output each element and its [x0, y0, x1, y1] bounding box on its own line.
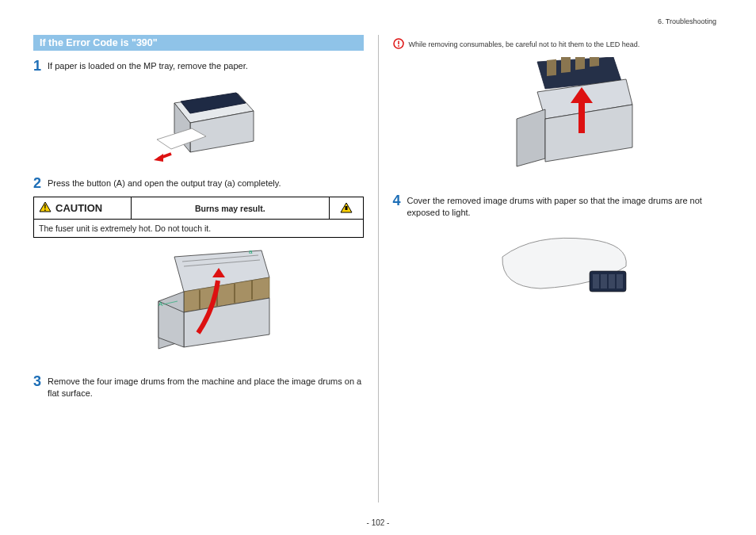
- step-text: Press the button (A) and open the output…: [48, 178, 281, 189]
- svg-text:A: A: [158, 300, 163, 308]
- caution-label: ! CAUTION: [39, 201, 102, 215]
- illustration-step4: [393, 225, 724, 328]
- svg-point-27: [398, 45, 399, 47]
- alert-icon: [393, 38, 404, 51]
- document-page: 6. Troubleshooting If the Error Code is …: [0, 0, 756, 535]
- step-number: 2: [33, 176, 48, 190]
- left-column: If the Error Code is "390" 1 If paper is…: [33, 35, 378, 503]
- svg-rect-40: [609, 274, 615, 289]
- illustration-step2: a A: [33, 246, 364, 365]
- step-1: 1 If paper is loaded on the MP tray, rem…: [33, 60, 364, 73]
- step-text: If paper is loaded on the MP tray, remov…: [48, 60, 248, 72]
- svg-rect-30: [561, 57, 571, 73]
- svg-marker-5: [154, 154, 163, 162]
- step-number: 1: [33, 59, 48, 73]
- svg-rect-41: [617, 274, 623, 289]
- section-header: 6. Troubleshooting: [658, 17, 716, 25]
- section-title: If the Error Code is "390": [33, 35, 364, 51]
- step-4: 4 Cover the removed image drums with pap…: [393, 195, 724, 219]
- svg-rect-31: [575, 57, 585, 70]
- caution-subhead: Burns may result.: [132, 197, 330, 220]
- step-number: 4: [393, 193, 407, 208]
- svg-rect-38: [593, 274, 599, 289]
- illustration-step1: [33, 79, 364, 166]
- warning-triangle-icon: [340, 202, 353, 215]
- svg-marker-34: [517, 109, 545, 166]
- svg-text:a: a: [249, 248, 253, 255]
- step-text: Remove the four image drums from the mac…: [48, 376, 364, 399]
- step-number: 3: [33, 374, 48, 388]
- svg-rect-9: [345, 206, 347, 210]
- svg-rect-32: [590, 57, 599, 67]
- step-3: 3 Remove the four image drums from the m…: [33, 376, 364, 399]
- svg-text:!: !: [44, 204, 46, 212]
- step-text: Cover the removed image drums with paper…: [407, 195, 724, 219]
- content-columns: If the Error Code is "390" 1 If paper is…: [33, 35, 723, 503]
- note: While removing consumables, be careful n…: [393, 38, 724, 51]
- illustration-step3: [393, 57, 724, 184]
- caution-label-text: CAUTION: [55, 202, 102, 214]
- svg-rect-29: [547, 59, 556, 76]
- caution-box: ! CAUTION Burns may result. The fuser un…: [33, 197, 364, 238]
- step-2: 2 Press the button (A) and open the outp…: [33, 178, 364, 190]
- right-column: While removing consumables, be careful n…: [379, 35, 724, 503]
- note-text: While removing consumables, be careful n…: [409, 40, 640, 48]
- svg-rect-39: [601, 274, 607, 289]
- page-number: - 102 -: [0, 518, 756, 527]
- caution-body: The fuser unit is extremely hot. Do not …: [34, 220, 364, 238]
- warning-triangle-icon: !: [39, 201, 52, 215]
- arrow-icon: [154, 154, 171, 162]
